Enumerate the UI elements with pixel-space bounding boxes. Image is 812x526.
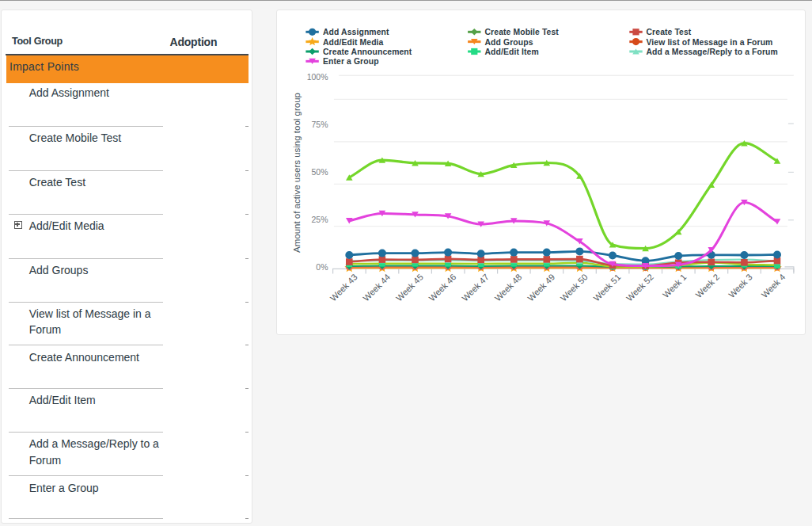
svg-text:Add/Edit Item: Add/Edit Item: [485, 48, 539, 56]
svg-text:25%: 25%: [311, 215, 328, 224]
svg-text:50%: 50%: [311, 167, 328, 177]
svg-text:Week 50: Week 50: [559, 272, 590, 303]
svg-text:Week 4: Week 4: [760, 272, 787, 299]
svg-text:Week 3: Week 3: [727, 272, 754, 299]
svg-text:Week 47: Week 47: [460, 272, 491, 303]
svg-text:100%: 100%: [307, 72, 328, 82]
svg-text:Create Mobile Test: Create Mobile Test: [485, 28, 560, 36]
svg-text:Week 52: Week 52: [624, 272, 655, 303]
svg-text:Week 46: Week 46: [427, 272, 457, 303]
svg-text:Week 49: Week 49: [526, 272, 556, 303]
svg-text:Week 48: Week 48: [493, 272, 524, 303]
svg-text:Create Test: Create Test: [647, 28, 692, 36]
svg-text:Amount of active users using t: Amount of active users using tool group: [292, 93, 302, 253]
svg-text:View list of Message in a Foru: View list of Message in a Forum: [647, 38, 773, 47]
svg-text:Enter a Group: Enter a Group: [323, 57, 379, 66]
svg-text:Week 51: Week 51: [591, 272, 622, 303]
svg-text:Add Groups: Add Groups: [485, 38, 533, 47]
svg-text:Week 1: Week 1: [661, 272, 689, 299]
svg-text:Week 45: Week 45: [394, 272, 425, 303]
svg-text:Add/Edit Media: Add/Edit Media: [323, 38, 384, 47]
svg-text:0%: 0%: [316, 262, 328, 272]
svg-text:Add a Message/Reply to a Forum: Add a Message/Reply to a Forum: [647, 48, 778, 56]
svg-text:Week 2: Week 2: [693, 272, 721, 299]
svg-text:Week 43: Week 43: [328, 272, 359, 303]
svg-text:75%: 75%: [311, 120, 328, 129]
svg-text:Add Assignment: Add Assignment: [323, 28, 389, 36]
svg-text:Create Announcement: Create Announcement: [323, 48, 412, 56]
svg-text:Week 44: Week 44: [361, 272, 392, 303]
